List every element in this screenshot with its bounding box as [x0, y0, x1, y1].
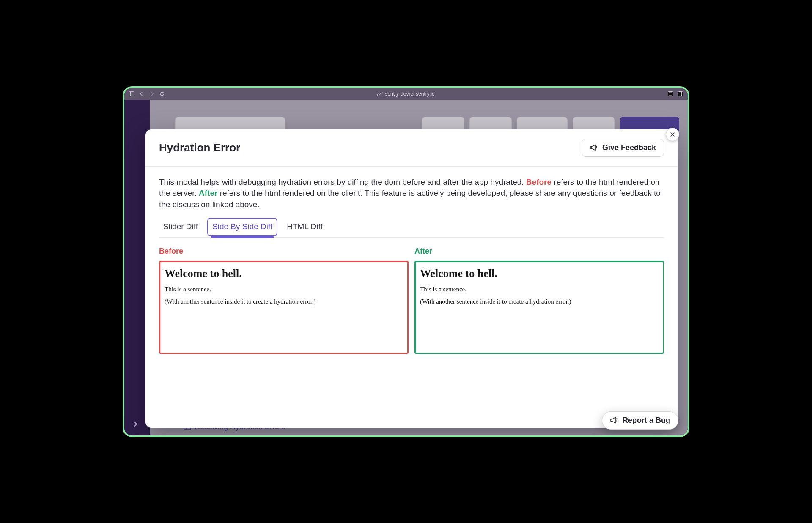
desc-text: This modal helps with debugging hydratio…	[159, 178, 526, 186]
forward-icon[interactable]	[149, 91, 155, 97]
diff-after-label: After	[414, 247, 664, 256]
give-feedback-label: Give Feedback	[602, 143, 656, 152]
desc-text: refers to the html rendered on the clien…	[159, 189, 661, 209]
hydration-error-modal: Hydration Error Give Feedback This modal…	[145, 129, 678, 428]
svg-rect-2	[668, 91, 673, 96]
browser-toolbar: sentry-devrel.sentry.io	[124, 88, 688, 100]
url-text: sentry-devrel.sentry.io	[385, 91, 434, 97]
megaphone-icon	[590, 144, 598, 151]
sidebar-expand-icon[interactable]	[132, 420, 140, 428]
modal-title: Hydration Error	[159, 141, 240, 154]
desc-before-word: Before	[526, 178, 551, 186]
app-background: Resolving Hydration Errors Hydration Err…	[124, 100, 688, 435]
tab-side-by-side-diff[interactable]: Side By Side Diff	[207, 218, 277, 236]
device-frame: sentry-devrel.sentry.io	[123, 86, 689, 437]
after-heading: Welcome to hell.	[420, 267, 658, 280]
megaphone-icon	[610, 416, 618, 424]
tab-slider-diff[interactable]: Slider Diff	[159, 219, 202, 235]
tab-html-diff[interactable]: HTML Diff	[283, 219, 326, 235]
share-icon[interactable]	[667, 91, 673, 97]
report-bug-label: Report a Bug	[623, 416, 670, 425]
after-line1: This is a sentence.	[420, 286, 658, 293]
svg-rect-0	[129, 91, 134, 96]
diff-before-label: Before	[159, 247, 409, 256]
before-line1: This is a sentence.	[165, 286, 403, 293]
modal-header: Hydration Error Give Feedback	[145, 129, 678, 167]
sidebar-toggle-icon[interactable]	[129, 91, 134, 97]
modal-description: This modal helps with debugging hydratio…	[159, 177, 664, 211]
diff-before-pane: Welcome to hell. This is a sentence. (Wi…	[159, 261, 409, 354]
after-line2: (With another sentence inside it to crea…	[420, 298, 658, 305]
back-icon[interactable]	[139, 91, 145, 97]
diff-after-pane: Welcome to hell. This is a sentence. (Wi…	[414, 261, 664, 354]
give-feedback-button[interactable]: Give Feedback	[582, 139, 664, 157]
svg-rect-4	[678, 91, 683, 96]
diff-before-column: Before Welcome to hell. This is a senten…	[159, 247, 409, 354]
reload-icon[interactable]	[159, 91, 165, 97]
before-line2: (With another sentence inside it to crea…	[165, 298, 403, 305]
tabs-icon[interactable]	[678, 91, 683, 97]
report-bug-button[interactable]: Report a Bug	[602, 411, 678, 430]
browser-url[interactable]: sentry-devrel.sentry.io	[377, 91, 434, 97]
diff-container: Before Welcome to hell. This is a senten…	[159, 247, 664, 354]
desc-after-word: After	[199, 189, 217, 197]
diff-tabs: Slider Diff Side By Side Diff HTML Diff	[159, 218, 664, 238]
modal-body: This modal helps with debugging hydratio…	[145, 167, 678, 359]
diff-after-column: After Welcome to hell. This is a sentenc…	[414, 247, 664, 354]
link-icon	[377, 91, 382, 96]
close-button[interactable]	[666, 128, 679, 141]
before-heading: Welcome to hell.	[165, 267, 403, 280]
